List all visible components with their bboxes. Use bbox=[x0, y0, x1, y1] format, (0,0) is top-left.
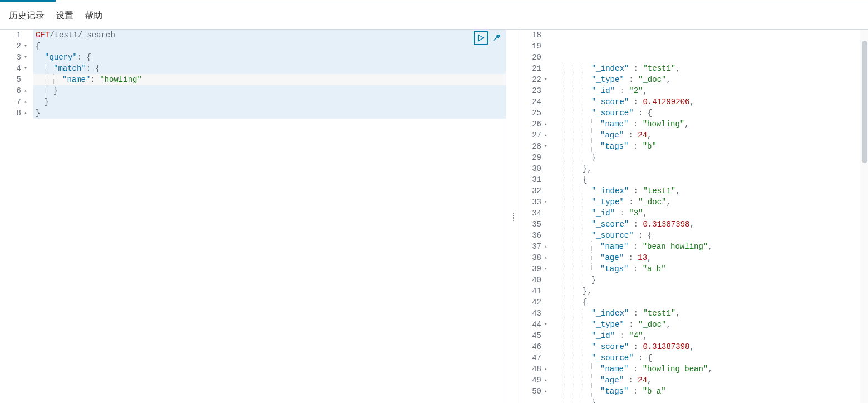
fold-toggle[interactable]: ▾ bbox=[543, 322, 549, 327]
fold-toggle[interactable]: ▴ bbox=[543, 366, 549, 372]
fold-toggle[interactable]: ▾ bbox=[543, 266, 549, 272]
response-gutter: 18▾19▾20▾21▾22▾23▾24▾25▾26▴27▴28▾29▾30▾3… bbox=[520, 30, 554, 403]
fold-toggle[interactable]: ▴ bbox=[23, 88, 28, 94]
request-actions bbox=[474, 31, 502, 45]
request-gutter: 1▾2▾3▾4▾5▾6▴7▴8▴ bbox=[0, 30, 33, 403]
request-code[interactable]: GET /test1/_search{"query": {"match": {"… bbox=[33, 30, 506, 403]
response-editor[interactable]: 18▾19▾20▾21▾22▾23▾24▾25▾26▴27▴28▾29▾30▾3… bbox=[520, 30, 868, 403]
request-pane: 1▾2▾3▾4▾5▾6▴7▴8▴ GET /test1/_search{"que… bbox=[0, 30, 506, 403]
response-pane: 18▾19▾20▾21▾22▾23▾24▾25▾26▴27▴28▾29▾30▾3… bbox=[520, 30, 868, 403]
fold-toggle[interactable]: ▾ bbox=[543, 144, 549, 149]
menu-history[interactable]: 历史记录 bbox=[9, 10, 45, 22]
fold-toggle[interactable]: ▴ bbox=[543, 255, 549, 261]
scrollbar[interactable] bbox=[860, 30, 868, 403]
splitter[interactable]: ⋮⋮ bbox=[506, 30, 520, 403]
response-code: "_index" : "test1","_type" : "_doc","_id… bbox=[554, 30, 868, 403]
svg-marker-0 bbox=[479, 35, 484, 41]
fold-toggle[interactable]: ▴ bbox=[543, 132, 549, 138]
fold-toggle[interactable]: ▴ bbox=[23, 99, 28, 105]
fold-toggle[interactable]: ▴ bbox=[543, 389, 549, 394]
fold-toggle[interactable]: ▾ bbox=[23, 55, 28, 60]
fold-toggle[interactable]: ▴ bbox=[23, 110, 28, 116]
fold-toggle[interactable]: ▴ bbox=[543, 121, 549, 127]
fold-toggle[interactable]: ▴ bbox=[543, 377, 549, 383]
menu-help[interactable]: 帮助 bbox=[85, 10, 102, 22]
options-button[interactable] bbox=[490, 32, 502, 44]
main-container: 1▾2▾3▾4▾5▾6▴7▴8▴ GET /test1/_search{"que… bbox=[0, 29, 868, 403]
run-button[interactable] bbox=[474, 31, 488, 45]
menubar: 历史记录 设置 帮助 bbox=[0, 2, 868, 29]
fold-toggle[interactable]: ▾ bbox=[543, 77, 549, 82]
request-editor[interactable]: 1▾2▾3▾4▾5▾6▴7▴8▴ GET /test1/_search{"que… bbox=[0, 30, 506, 403]
fold-toggle[interactable]: ▴ bbox=[543, 244, 549, 249]
scrollbar-thumb[interactable] bbox=[862, 41, 867, 163]
fold-toggle[interactable]: ▾ bbox=[23, 66, 28, 71]
play-icon bbox=[477, 34, 485, 42]
fold-toggle[interactable]: ▾ bbox=[23, 43, 28, 49]
fold-toggle[interactable]: ▾ bbox=[543, 199, 549, 205]
menu-settings[interactable]: 设置 bbox=[56, 10, 73, 22]
drag-handle-icon: ⋮⋮ bbox=[510, 214, 517, 219]
tab-strip bbox=[0, 0, 868, 2]
wrench-icon bbox=[492, 33, 501, 42]
